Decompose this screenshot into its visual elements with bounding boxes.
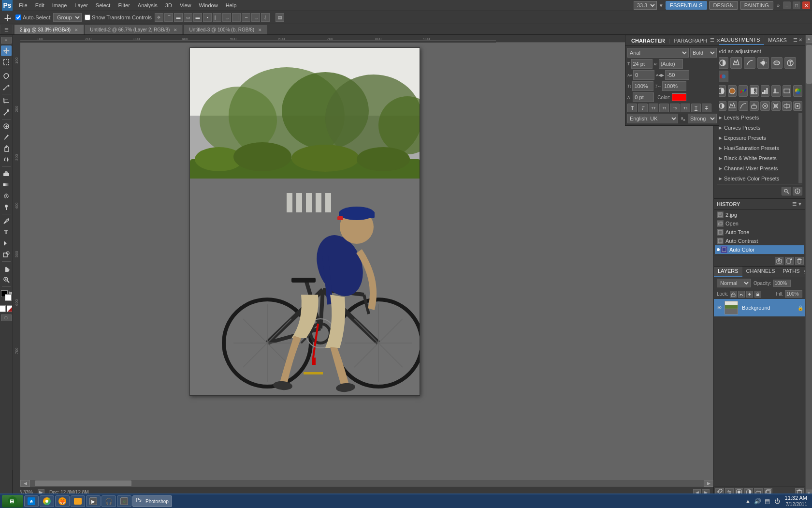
channelmix-btn[interactable] <box>739 85 748 97</box>
distribute-bottom[interactable]: ⎷ <box>261 13 270 22</box>
curves-btn[interactable] <box>744 57 755 69</box>
screen-mode[interactable]: □ <box>1 314 12 321</box>
tab-adjustments[interactable]: ADJUSTMENTS <box>717 35 764 45</box>
eraser-tool[interactable] <box>1 168 12 179</box>
baseline-input[interactable] <box>633 92 654 102</box>
move-tool[interactable] <box>1 45 12 56</box>
fmt-subscript[interactable]: Ts <box>681 104 690 112</box>
menu-edit[interactable]: Edit <box>32 1 48 9</box>
tab-2jpg[interactable]: 2.jpg @ 33.3% (RGB/8) ✕ <box>14 25 84 34</box>
align-center-h[interactable]: ⎺ <box>164 13 173 22</box>
tab-untitled2[interactable]: Untitled-2 @ 66.7% (Layer 2, RGB/8) ✕ <box>85 25 183 34</box>
distribute-top[interactable]: ⎼ <box>242 13 250 22</box>
align-bottom[interactable]: ▪ <box>203 13 212 22</box>
preset-exposure[interactable]: ▶ Exposure Presets <box>717 133 798 143</box>
vscale-input[interactable] <box>632 81 653 91</box>
auto-align[interactable]: ▤ <box>276 13 284 22</box>
taskbar-firefox[interactable]: 🦊 <box>55 495 70 507</box>
history-btn-trash[interactable] <box>795 257 804 265</box>
scroll-track-h[interactable] <box>30 480 704 487</box>
preset-levels[interactable]: ▶ Levels Presets <box>717 113 798 122</box>
scroll-right[interactable]: ▶ <box>704 480 713 487</box>
canvas-image[interactable] <box>189 47 420 396</box>
history-open[interactable]: Open <box>715 219 804 228</box>
selcolor-btn[interactable] <box>793 85 802 97</box>
distribute-center-v[interactable]: ⎵ <box>251 13 260 22</box>
preset-channelmix[interactable]: ▶ Channel Mixer Presets <box>717 164 798 173</box>
taskbar-folder[interactable] <box>71 495 85 507</box>
blend-mode-select[interactable]: Normal <box>717 279 751 287</box>
panel-toggle[interactable]: ☰ <box>0 25 13 34</box>
history-btn-new-doc[interactable] <box>785 257 794 265</box>
font-family-select[interactable]: Arial <box>627 48 689 58</box>
scroll-thumb-v[interactable] <box>806 45 812 84</box>
mode-painting[interactable]: PAINTING <box>740 1 773 10</box>
history-file[interactable]: 2.jpg <box>715 210 804 219</box>
align-left[interactable]: ✈ <box>155 13 163 22</box>
adj-panel-menu[interactable]: ☰ <box>793 37 798 43</box>
window-close[interactable]: ✕ <box>802 1 810 9</box>
tray-icon-1[interactable]: ▲ <box>744 497 752 505</box>
threshold-btn[interactable] <box>771 85 781 97</box>
show-transform-checkbox[interactable] <box>85 15 90 20</box>
history-autotone[interactable]: Auto Tone <box>715 228 804 237</box>
distribute-left[interactable]: |⎸ <box>213 13 221 22</box>
posterize-btn[interactable] <box>761 85 770 97</box>
fmt-bold[interactable]: T <box>627 104 637 112</box>
hand-tool[interactable] <box>1 263 12 274</box>
marquee-tool[interactable] <box>1 57 12 67</box>
menu-view[interactable]: View <box>176 1 195 9</box>
text-color-swatch[interactable] <box>672 93 686 101</box>
adj-small-8[interactable] <box>793 101 803 111</box>
levels-btn[interactable] <box>730 57 742 69</box>
tab-channels[interactable]: CHANNELS <box>742 267 779 277</box>
start-button[interactable]: ⊞ <box>2 495 23 508</box>
path-selection-tool[interactable] <box>1 238 12 249</box>
lock-all[interactable] <box>754 291 761 298</box>
language-select[interactable]: English: UK <box>627 114 678 123</box>
exposure-btn[interactable] <box>757 57 769 69</box>
adj-small-7[interactable] <box>782 101 792 111</box>
gradmap-btn[interactable] <box>783 85 792 97</box>
char-tab-para[interactable]: PARAGRAPH <box>671 37 710 45</box>
menu-analysis[interactable]: Analysis <box>134 1 161 9</box>
gradient-tool[interactable] <box>1 179 12 190</box>
preset-curves[interactable]: ▶ Curves Presets <box>717 123 798 133</box>
fmt-superscript[interactable]: Ts <box>670 104 680 112</box>
adj-scroll[interactable] <box>798 113 802 183</box>
lock-image-pixels[interactable] <box>738 291 745 298</box>
hscale-input[interactable] <box>662 81 686 91</box>
scroll-left[interactable]: ◀ <box>20 480 30 487</box>
auto-select-type[interactable]: Group Layer <box>53 13 82 22</box>
brush-tool[interactable] <box>1 132 12 143</box>
history-panel-collapse[interactable]: ▼ <box>798 201 802 207</box>
opacity-input[interactable] <box>773 280 791 287</box>
history-panel-menu[interactable]: ☰ <box>792 201 797 207</box>
adj-btn-zoom[interactable] <box>782 187 791 195</box>
mode-design[interactable]: DESIGN <box>709 1 738 10</box>
layer-background[interactable]: 👁 Background 🔒 <box>714 299 805 316</box>
history-autocontrast[interactable]: Auto Contrast <box>715 237 804 245</box>
auto-select-checkbox[interactable] <box>15 15 21 20</box>
window-minimize[interactable]: – <box>783 1 791 9</box>
healing-tool[interactable] <box>1 121 12 132</box>
adj-small-6[interactable] <box>771 101 781 111</box>
taskbar-network[interactable]: ☼ <box>117 495 131 507</box>
menu-select[interactable]: Select <box>92 1 114 9</box>
menu-layer[interactable]: Layer <box>71 1 91 9</box>
char-panel-menu[interactable]: ☰ <box>710 37 714 44</box>
menu-window[interactable]: Window <box>196 1 221 9</box>
fmt-underline[interactable]: T <box>691 104 701 112</box>
canvas-container[interactable] <box>13 35 713 480</box>
font-style-select[interactable]: Bold <box>690 48 717 58</box>
invert-btn[interactable] <box>750 85 759 97</box>
tray-icon-volume[interactable]: 🔊 <box>754 497 762 505</box>
taskbar-photoshop[interactable]: Ps Photoshop <box>132 495 172 507</box>
align-center-v[interactable]: ▬ <box>193 13 202 22</box>
adj-panel-close[interactable]: ✕ <box>798 37 802 43</box>
align-top[interactable]: ▭ <box>184 13 192 22</box>
preset-hsl[interactable]: ▶ Hue/Saturation Presets <box>717 143 798 153</box>
adj-small-3[interactable] <box>739 101 748 111</box>
lasso-tool[interactable] <box>1 71 12 81</box>
eyedropper-tool[interactable] <box>1 107 12 118</box>
